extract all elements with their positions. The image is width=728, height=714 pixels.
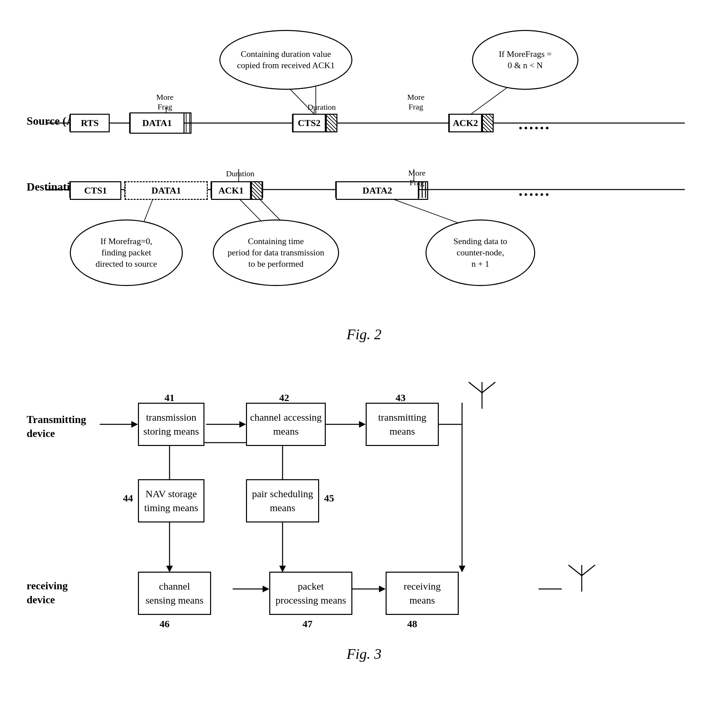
data2-packet: DATA2 xyxy=(336,181,419,200)
svg-line-60 xyxy=(482,382,495,393)
bubble-sendingdata: Sending data tocounter-node,n + 1 xyxy=(425,219,535,286)
block-46-num: 46 xyxy=(160,618,169,630)
source-dots: ...... xyxy=(518,115,550,133)
svg-marker-35 xyxy=(239,421,246,428)
ack2-packet: ACK2 xyxy=(449,114,482,132)
block-48: receivingmeans xyxy=(386,572,459,615)
receiving-device-label: receivingdevice xyxy=(27,579,68,607)
svg-marker-37 xyxy=(359,421,365,428)
duration-ack1-label: Duration xyxy=(226,169,254,178)
page: Source (A) Destination (B) RTS DATA1 Mor… xyxy=(0,0,728,714)
fig3-caption: Fig. 3 xyxy=(27,645,701,663)
svg-marker-55 xyxy=(379,586,386,592)
ack2-hatched xyxy=(482,114,494,132)
svg-marker-33 xyxy=(131,421,138,428)
svg-line-64 xyxy=(582,565,595,576)
fig3-diagram: Transmittingdevice transmissionstoring m… xyxy=(27,369,701,636)
bubble-morefrag0: If Morefrag=0,finding packetdirected to … xyxy=(70,219,183,286)
svg-line-23 xyxy=(469,87,509,116)
data1-source-packet: DATA1 xyxy=(130,112,184,134)
fig2-caption: Fig. 2 xyxy=(27,326,701,343)
bubble-morefrags: If MoreFrags =0 & n < N xyxy=(472,30,578,90)
block-44: NAV storagetiming means xyxy=(138,479,204,522)
svg-marker-49 xyxy=(279,566,286,572)
block-46: channelsensing means xyxy=(138,572,211,615)
svg-marker-51 xyxy=(459,566,465,572)
svg-line-62 xyxy=(568,565,582,576)
svg-marker-44 xyxy=(166,566,173,572)
block-43-num: 43 xyxy=(395,392,406,404)
ack1-hatched xyxy=(251,181,263,200)
block-45: pair schedulingmeans xyxy=(246,479,319,522)
block-45-num: 45 xyxy=(324,492,334,504)
duration-cts2-label: Duration xyxy=(307,102,336,112)
dest-dots: ...... xyxy=(518,181,550,200)
cts2-packet: CTS2 xyxy=(292,114,326,132)
cts1-packet: CTS1 xyxy=(70,181,121,200)
receiving-antenna xyxy=(562,562,602,592)
more-frag-source2-label: MoreFrag xyxy=(407,93,424,112)
cts2-hatched xyxy=(326,114,337,132)
block-44-num: 44 xyxy=(123,492,133,504)
ack1-packet: ACK1 xyxy=(211,181,251,200)
more-frag-dest-label: MoreFrag xyxy=(408,168,425,188)
block-47: packetprocessing means xyxy=(269,572,352,615)
transmitting-antenna xyxy=(462,380,502,410)
more-frag-source-label: MoreFrag xyxy=(156,93,174,112)
block-41: transmissionstoring means xyxy=(138,403,204,446)
block-48-num: 48 xyxy=(407,618,417,630)
svg-line-58 xyxy=(469,382,482,393)
block-42-num: 42 xyxy=(279,392,289,404)
bubble-timeperiod: Containing timeperiod for data transmiss… xyxy=(213,219,339,286)
fig2-diagram: Source (A) Destination (B) RTS DATA1 Mor… xyxy=(27,20,701,319)
rts-packet: RTS xyxy=(70,114,110,132)
block-47-num: 47 xyxy=(303,618,313,630)
svg-marker-53 xyxy=(263,586,269,592)
bubble-duration-value: Containing duration valuecopied from rec… xyxy=(219,30,352,90)
transmitting-device-label: Transmittingdevice xyxy=(27,413,86,440)
data1-dest-packet: DATA1 xyxy=(125,181,208,200)
block-43: transmittingmeans xyxy=(365,403,439,446)
block-42: channel accessingmeans xyxy=(246,403,326,446)
block-41-num: 41 xyxy=(165,392,175,404)
